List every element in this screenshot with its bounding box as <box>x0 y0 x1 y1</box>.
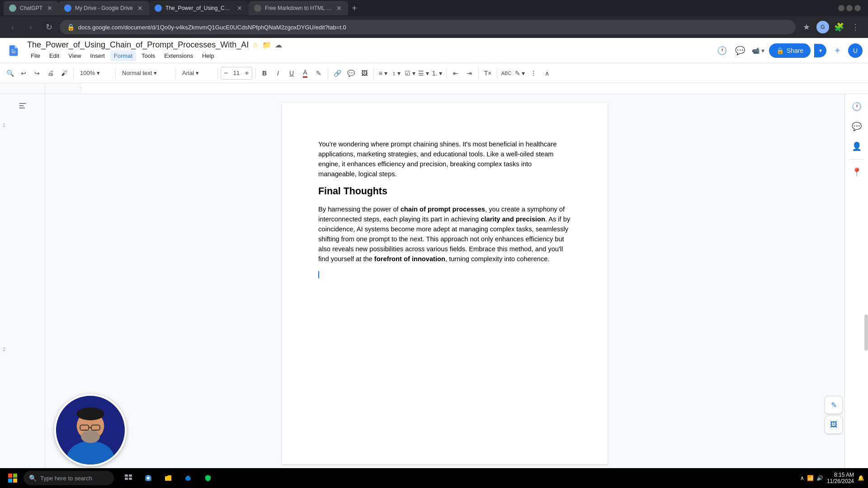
gemini-button[interactable]: ✦ <box>830 43 844 58</box>
meeting-button[interactable]: 📹 ▾ <box>751 43 765 58</box>
menu-format[interactable]: Format <box>110 51 136 61</box>
history-button[interactable]: 🕐 <box>715 43 729 58</box>
notification-button[interactable]: 🔔 <box>858 475 864 481</box>
right-sidebar-comment-button[interactable]: 💬 <box>848 117 866 136</box>
new-tab-button[interactable]: + <box>348 3 361 14</box>
comment-button[interactable]: 💬 <box>733 43 747 58</box>
back-button[interactable]: ‹ <box>5 20 20 34</box>
edit-mode-button[interactable]: ✎ ▾ <box>514 67 526 80</box>
tab-markdown[interactable]: Free Markdown to HTML Conv ✕ <box>249 1 348 15</box>
zoom-dropdown[interactable]: 100% ▾ <box>76 67 113 80</box>
taskbar-up-icon[interactable]: ∧ <box>800 475 804 481</box>
taskbar-explorer-button[interactable] <box>159 469 177 487</box>
search-toolbar-button[interactable]: 🔍 <box>4 67 16 80</box>
tab-gdrive[interactable]: My Drive - Google Drive ✕ <box>59 1 149 15</box>
main-area: 1 2 You're wondering where prompt chaini… <box>0 94 868 488</box>
move-to-drive-icon[interactable]: 📁 <box>262 41 271 49</box>
taskbar-view-button[interactable] <box>119 469 137 487</box>
redo-button[interactable]: ↪ <box>31 67 43 80</box>
menu-help[interactable]: Help <box>198 51 218 61</box>
tab-gdocs-close[interactable]: ✕ <box>236 4 243 13</box>
right-sidebar-history-button[interactable]: 🕐 <box>848 98 866 116</box>
checklist-button[interactable]: ☑ ▾ <box>404 67 416 80</box>
font-size-plus-button[interactable]: + <box>242 67 252 79</box>
gdocs-favicon <box>155 5 162 12</box>
text-color-button[interactable]: A <box>299 67 311 80</box>
minimize-button[interactable] <box>838 5 844 11</box>
right-sidebar-people-button[interactable]: 👤 <box>848 137 866 155</box>
bookmark-button[interactable]: ★ <box>799 20 814 34</box>
collapse-toolbar-button[interactable]: ∧ <box>541 67 553 80</box>
format-options-button[interactable]: ⋮ <box>527 67 540 80</box>
print-button[interactable]: 🖨 <box>44 67 57 80</box>
float-image-button[interactable]: 🖼 <box>825 416 843 434</box>
spelling-button[interactable]: ABC <box>500 67 513 80</box>
volume-icon[interactable]: 🔊 <box>816 475 823 481</box>
toolbar-divider-10 <box>497 68 497 79</box>
bold-button[interactable]: B <box>258 67 271 80</box>
network-icon[interactable]: 📶 <box>807 475 814 481</box>
tab-markdown-close[interactable]: ✕ <box>335 4 343 13</box>
menu-view[interactable]: View <box>65 51 85 61</box>
font-size-minus-button[interactable]: − <box>221 67 231 79</box>
menu-edit[interactable]: Edit <box>46 51 63 61</box>
menu-extensions[interactable]: Extensions <box>160 51 197 61</box>
reload-button[interactable]: ↻ <box>42 20 56 34</box>
menu-tools[interactable]: Tools <box>138 51 159 61</box>
address-bar[interactable]: 🔒 docs.google.com/document/d/1Qo0y-v4ksZ… <box>60 20 796 34</box>
menu-file[interactable]: File <box>27 51 44 61</box>
outline-button[interactable] <box>14 98 31 114</box>
image-button[interactable]: 🖼 <box>358 67 371 80</box>
taskbar-search[interactable]: 🔍 Type here to search <box>24 471 114 485</box>
menu-insert[interactable]: Insert <box>86 51 108 61</box>
tab-gdrive-close[interactable]: ✕ <box>137 4 144 13</box>
ruler-left-panel <box>0 83 45 94</box>
align-button[interactable]: ≡ ▾ <box>377 67 389 80</box>
link-button[interactable]: 🔗 <box>331 67 344 80</box>
share-chevron-button[interactable]: ▾ <box>814 44 826 57</box>
underline-button[interactable]: U <box>285 67 298 80</box>
undo-button[interactable]: ↩ <box>17 67 30 80</box>
doc-content[interactable]: You're wondering where prompt chaining s… <box>318 139 571 279</box>
start-button[interactable] <box>4 469 22 487</box>
cursor-paragraph[interactable] <box>318 269 571 279</box>
taskbar-chrome-button[interactable] <box>139 469 157 487</box>
numbered-button[interactable]: 1. ▾ <box>431 67 443 80</box>
paint-format-button[interactable]: 🖌 <box>58 67 71 80</box>
cloud-save-icon[interactable]: ☁ <box>275 41 282 49</box>
toolbar-divider-2 <box>115 68 116 79</box>
style-dropdown[interactable]: Normal text ▾ <box>118 67 173 80</box>
comment-toolbar-button[interactable]: 💬 <box>344 67 357 80</box>
increase-indent-button[interactable]: ⇥ <box>463 67 476 80</box>
bullets-button[interactable]: ☰ ▾ <box>417 67 430 80</box>
line-spacing-button[interactable]: ↕ ▾ <box>390 67 403 80</box>
taskbar-security-button[interactable] <box>199 469 217 487</box>
tab-gdrive-title: My Drive - Google Drive <box>75 5 133 11</box>
share-button[interactable]: 🔒 Share <box>769 43 811 58</box>
profile-avatar[interactable]: G <box>816 21 829 33</box>
taskbar-clock[interactable]: 8:15 AM 11/26/2024 <box>827 472 854 484</box>
float-edit-button[interactable]: ✎ <box>825 396 843 414</box>
font-dropdown[interactable]: Arial ▾ <box>179 67 215 80</box>
maximize-button[interactable] <box>846 5 853 11</box>
highlight-button[interactable]: ✎ <box>312 67 325 80</box>
decrease-indent-button[interactable]: ⇤ <box>449 67 462 80</box>
clear-format-button[interactable]: T× <box>481 67 494 80</box>
close-button[interactable] <box>854 5 861 11</box>
doc-container[interactable]: You're wondering where prompt chaining s… <box>45 94 844 488</box>
right-sidebar-location-button[interactable]: 📍 <box>848 163 866 181</box>
more-menu-button[interactable]: ⋮ <box>848 20 863 34</box>
tab-gdocs[interactable]: The_Power_of_Using_Chain_of_ ✕ <box>149 1 249 15</box>
address-text: docs.google.com/document/d/1Qo0y-v4ksZkm… <box>78 24 788 31</box>
taskbar-edge-button[interactable] <box>179 469 197 487</box>
user-avatar[interactable]: U <box>848 43 863 58</box>
star-icon[interactable]: ☆ <box>252 41 259 49</box>
forward-button[interactable]: › <box>24 20 38 34</box>
tab-chatgpt-close[interactable]: ✕ <box>46 4 53 13</box>
docs-filename[interactable]: The_Power_of_Using_Chain_of_Prompt_Proce… <box>27 40 249 50</box>
tab-chatgpt[interactable]: ChatGPT ✕ <box>4 1 59 15</box>
font-size-value[interactable]: 11 <box>231 70 242 76</box>
italic-button[interactable]: I <box>272 67 284 80</box>
extensions-button[interactable]: 🧩 <box>832 20 846 34</box>
profile-button[interactable]: G <box>816 20 830 34</box>
